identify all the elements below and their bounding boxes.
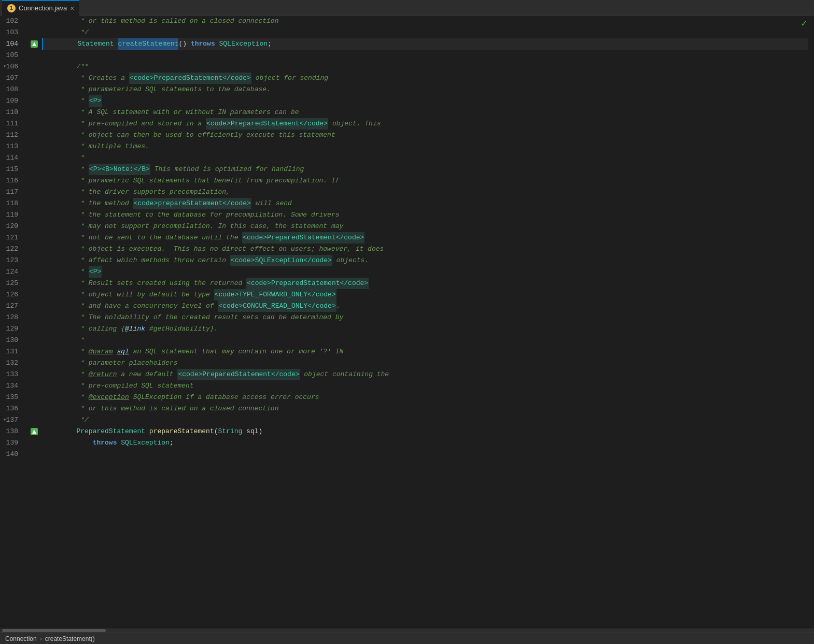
tag-inline-token: <code>PreparedStatement</code> <box>177 369 300 380</box>
comment-token: * object can then be used to efficiently… <box>44 130 335 141</box>
line-number: 127 <box>0 300 23 312</box>
javadoc-bold-token: SQLException <box>133 392 182 403</box>
line-number-text: 107 <box>6 73 18 84</box>
scrollbar-vertical[interactable] <box>808 16 814 628</box>
comment-token: a new default <box>117 369 177 380</box>
line-number: 123 <box>0 255 23 266</box>
comment-token: */ <box>44 414 89 426</box>
comment-token: * Creates a <box>44 73 129 84</box>
gutter-row <box>29 73 40 84</box>
tab-file-icon: 1 <box>7 4 16 12</box>
comment-token: * <box>44 335 85 346</box>
line-number-text: 139 <box>6 437 18 449</box>
comment-token: * parameterized SQL statements to the da… <box>44 84 271 95</box>
code-line: * the statement to the database for prec… <box>42 209 814 221</box>
gutter-row <box>29 175 40 187</box>
comment-token: * pre-compiled and stored in a <box>44 118 206 130</box>
breadcrumb-file[interactable]: Connection <box>5 635 37 642</box>
code-line: * multiple times. <box>42 141 814 152</box>
type-token: Statement <box>77 38 114 50</box>
line-number: 110 <box>0 107 23 118</box>
scrollbar-thumb[interactable] <box>2 629 106 632</box>
line-number: 103 <box>0 27 23 38</box>
breadcrumb-method[interactable]: createStatement() <box>45 635 95 642</box>
checkmark-indicator: ✓ <box>801 18 807 29</box>
code-line: * affect which methods throw certain <co… <box>42 255 814 266</box>
comment-token: * object is executed. This has no direct… <box>44 244 384 255</box>
gutter-row <box>29 300 40 312</box>
line-number-text: 103 <box>6 27 18 38</box>
comment-token: * The holdability of the created result … <box>44 312 343 323</box>
line-number: 139 <box>0 437 23 449</box>
comment-token: object. This <box>328 118 381 130</box>
tab-connection-java[interactable]: 1 Connection.java × <box>2 0 79 16</box>
comment-token: # <box>145 323 153 335</box>
comment-token: * calling { <box>44 323 125 335</box>
code-line: * parameter placeholders <box>42 357 814 369</box>
comment-token: an SQL statement that may contain one or… <box>129 346 343 357</box>
line-number-text: 127 <box>6 300 18 312</box>
comment-token: * A SQL statement with or without IN par… <box>44 107 299 118</box>
line-number: 124 <box>0 266 23 278</box>
comment-token: if a database access error occurs <box>181 392 319 403</box>
breadcrumb: Connection › createStatement() <box>0 633 814 644</box>
comment-token <box>129 392 133 403</box>
line-number-text: 134 <box>6 380 18 392</box>
line-number: 121 <box>0 232 23 244</box>
javadoc-param-token: sql <box>117 346 129 357</box>
code-line: * object is executed. This has no direct… <box>42 244 814 255</box>
gutter-row <box>29 95 40 107</box>
javadoc-link-token: @link <box>125 323 145 335</box>
plain-token <box>44 437 93 449</box>
gutter-row <box>29 130 40 141</box>
gutter-row <box>29 403 40 414</box>
line-number-text: 133 <box>6 369 18 380</box>
gutter-row <box>29 437 40 449</box>
code-line: * A SQL statement with or without IN par… <box>42 107 814 118</box>
line-number: 112 <box>0 130 23 141</box>
line-number-text: 131 <box>6 346 18 357</box>
comment-token: }. <box>210 323 218 335</box>
comment-token: This method is optimized for handling <box>150 164 304 175</box>
selected-token: createStatement <box>118 38 178 50</box>
line-number-text: 112 <box>6 130 18 141</box>
implementation-icon[interactable] <box>31 428 38 435</box>
comment-token: * or this method is called on a closed c… <box>44 16 278 27</box>
scrollbar-horizontal[interactable] <box>0 628 814 633</box>
code-line: * or this method is called on a closed c… <box>42 403 814 414</box>
line-number-text: 110 <box>6 107 18 118</box>
implementation-icon[interactable] <box>31 40 38 48</box>
line-number: 130 <box>0 335 23 346</box>
code-line: * <P><B>Note:</B> This method is optimiz… <box>42 164 814 175</box>
fold-icon[interactable]: ▾ <box>1 63 8 70</box>
gutter-row <box>29 232 40 244</box>
fold-icon[interactable]: ▾ <box>1 417 8 424</box>
type-token: PreparedStatement <box>76 426 145 437</box>
line-number-text: 140 <box>6 449 18 460</box>
javadoc-bold-token: getHoldability <box>153 323 210 335</box>
svg-marker-1 <box>32 430 36 434</box>
svg-marker-0 <box>32 42 36 46</box>
tag-inline-token: <P> <box>89 266 102 278</box>
gutter-icons <box>29 16 40 628</box>
keyword-bold-token: throws <box>191 38 215 50</box>
plain-token <box>44 426 76 437</box>
code-content[interactable]: * or this method is called on a closed c… <box>40 16 814 628</box>
code-line: * may not support precompilation. In thi… <box>42 221 814 232</box>
breadcrumb-separator: › <box>40 635 42 642</box>
gutter-row <box>29 335 40 346</box>
line-number-text: 120 <box>6 221 18 232</box>
line-number-text: 115 <box>6 164 18 175</box>
comment-token: will send <box>251 198 292 209</box>
gutter-row <box>29 392 40 403</box>
gutter-row <box>29 221 40 232</box>
line-number-text: 105 <box>6 50 18 61</box>
line-number: 128 <box>0 312 23 323</box>
line-number: 136 <box>0 403 23 414</box>
line-number: 116 <box>0 175 23 187</box>
tab-close-button[interactable]: × <box>70 4 74 12</box>
code-line: * Result sets created using the returned… <box>42 278 814 289</box>
tag-inline-token: <code>TYPE_FORWARD_ONLY</code> <box>214 289 336 300</box>
line-number: 118 <box>0 198 23 209</box>
gutter-row <box>29 164 40 175</box>
